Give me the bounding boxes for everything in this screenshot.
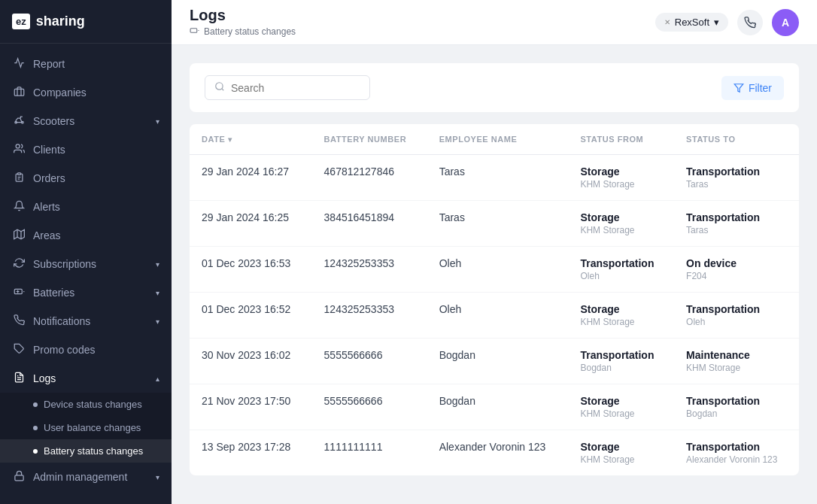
sidebar-item-label: Alerts	[33, 201, 159, 213]
org-x: ✕	[664, 18, 670, 26]
sidebar-item-report[interactable]: Report	[0, 50, 172, 78]
cell-date: 29 Jan 2024 16:25	[190, 201, 312, 247]
report-icon	[12, 57, 26, 71]
cell-status-from: Storage KHM Storage	[568, 430, 674, 476]
sidebar-subitem-label: Battery status changes	[44, 445, 143, 457]
sidebar-item-companies[interactable]: Companies	[0, 78, 172, 107]
batteries-icon	[12, 286, 26, 299]
col-employee: EMPLOYEE NAME	[427, 124, 569, 155]
breadcrumb-text: Battery status changes	[204, 26, 296, 37]
sidebar-item-label: Subscriptions	[33, 258, 148, 270]
sidebar-item-label: Scooters	[33, 115, 148, 127]
cell-date: 13 Sep 2023 17:28	[190, 430, 312, 476]
sort-icon: ▾	[228, 135, 232, 144]
cell-battery-number: 467812127846	[312, 155, 427, 201]
logs-submenu: Device status changes User balance chang…	[0, 393, 172, 463]
sidebar-item-batteries[interactable]: Batteries ▾	[0, 278, 172, 307]
svg-line-19	[222, 89, 224, 91]
logo-text: sharing	[36, 14, 85, 29]
sidebar-item-orders[interactable]: Orders	[0, 164, 172, 193]
sidebar-item-label: Companies	[33, 87, 159, 99]
sidebar-item-notifications[interactable]: Notifications ▾	[0, 307, 172, 335]
avatar[interactable]: A	[772, 9, 799, 36]
main-content: Logs Battery status changes ✕ RexSoft ▾ …	[172, 0, 817, 504]
cell-status-to: Transportation Taras	[674, 155, 799, 201]
data-table: DATE ▾ BATTERY NUMBER EMPLOYEE NAME STAT…	[190, 124, 799, 475]
table-row: 30 Nov 2023 16:02 5555566666 Bogdan Tran…	[190, 339, 799, 384]
cell-battery-number: 5555566666	[312, 384, 427, 430]
breadcrumb: Battery status changes	[190, 26, 296, 38]
table-row: 21 Nov 2023 17:50 5555566666 Bogdan Stor…	[190, 384, 799, 430]
sidebar-subitem-device-status[interactable]: Device status changes	[0, 393, 172, 416]
cell-date: 30 Nov 2023 16:02	[190, 339, 312, 384]
sidebar-subitem-label: User balance changes	[44, 422, 141, 433]
sidebar-item-label: Batteries	[33, 287, 148, 299]
cell-battery-number: 124325253353	[312, 293, 427, 339]
avatar-placeholder: A	[782, 17, 789, 29]
cell-status-from: Transportation Oleh	[568, 247, 674, 293]
cell-status-to: Maintenance KHM Storage	[674, 339, 799, 384]
logo[interactable]: ez sharing	[0, 0, 172, 44]
sidebar-item-label: Admin management	[33, 471, 148, 483]
cell-status-from: Transportation Bogdan	[568, 339, 674, 384]
svg-rect-0	[14, 89, 24, 96]
cell-battery-number: 384516451894	[312, 201, 427, 247]
admin-icon	[12, 470, 26, 484]
sidebar-item-areas[interactable]: Areas	[0, 221, 172, 250]
sidebar-item-alerts[interactable]: Alerts	[0, 193, 172, 221]
table-row: 29 Jan 2024 16:25 384516451894 Taras Sto…	[190, 201, 799, 247]
col-status-from: STATUS FROM	[568, 124, 674, 155]
chevron-up-icon: ▴	[156, 375, 159, 383]
search-input[interactable]	[231, 82, 360, 94]
cell-employee: Oleh	[427, 293, 569, 339]
sidebar-item-subscriptions[interactable]: Subscriptions ▾	[0, 250, 172, 278]
sidebar-item-label: Logs	[33, 372, 148, 384]
chevron-down-icon: ▾	[156, 289, 159, 297]
promo-icon	[12, 343, 26, 357]
search-icon	[214, 81, 225, 94]
companies-icon	[12, 86, 26, 99]
sidebar-item-admin[interactable]: Admin management ▾	[0, 463, 172, 491]
svg-marker-7	[14, 229, 24, 239]
cell-date: 21 Nov 2023 17:50	[190, 384, 312, 430]
alerts-icon	[12, 200, 26, 214]
cell-status-from: Storage KHM Storage	[568, 155, 674, 201]
cell-status-to: Transportation Bogdan	[674, 384, 799, 430]
cell-employee: Oleh	[427, 247, 569, 293]
sidebar-item-label: Areas	[33, 229, 159, 241]
table-row: 01 Dec 2023 16:53 124325253353 Oleh Tran…	[190, 247, 799, 293]
sidebar-subitem-label: Device status changes	[44, 399, 142, 410]
cell-employee: Bogdan	[427, 339, 569, 384]
cell-status-from: Storage KHM Storage	[568, 384, 674, 430]
sidebar-item-clients[interactable]: Clients	[0, 135, 172, 164]
toolbar: Filter	[190, 63, 799, 112]
bullet-icon	[33, 402, 38, 407]
sidebar: ez sharing Report Companies Scooters ▾	[0, 0, 172, 504]
notifications-btn[interactable]	[737, 10, 763, 35]
cell-status-to: Transportation Taras	[674, 201, 799, 247]
cell-status-to: Transportation Alexander Voronin 123	[674, 430, 799, 476]
col-date[interactable]: DATE ▾	[190, 124, 312, 155]
logs-icon	[12, 372, 26, 385]
subscriptions-icon	[12, 257, 26, 271]
cell-employee: Taras	[427, 155, 569, 201]
orders-icon	[12, 172, 26, 185]
sidebar-item-label: Promo codes	[33, 344, 159, 356]
scooters-icon	[12, 114, 26, 128]
content-area: Filter DATE ▾ BATTERY NUMBER EMPLOYEE	[172, 45, 817, 504]
topbar-left: Logs Battery status changes	[190, 7, 296, 38]
filter-button[interactable]: Filter	[721, 76, 784, 100]
table-row: 29 Jan 2024 16:27 467812127846 Taras Sto…	[190, 155, 799, 201]
sidebar-item-logs[interactable]: Logs ▴	[0, 364, 172, 393]
org-selector[interactable]: ✕ RexSoft ▾	[655, 13, 728, 32]
org-name: RexSoft	[675, 17, 709, 28]
sidebar-subitem-user-balance[interactable]: User balance changes	[0, 416, 172, 439]
clients-icon	[12, 143, 26, 156]
table-row: 01 Dec 2023 16:52 124325253353 Oleh Stor…	[190, 293, 799, 339]
search-wrap[interactable]	[205, 75, 370, 100]
sidebar-item-scooters[interactable]: Scooters ▾	[0, 107, 172, 135]
areas-icon	[12, 229, 26, 242]
sidebar-item-promo[interactable]: Promo codes	[0, 335, 172, 364]
sidebar-item-label: Clients	[33, 144, 159, 156]
sidebar-subitem-battery-status[interactable]: Battery status changes	[0, 439, 172, 463]
